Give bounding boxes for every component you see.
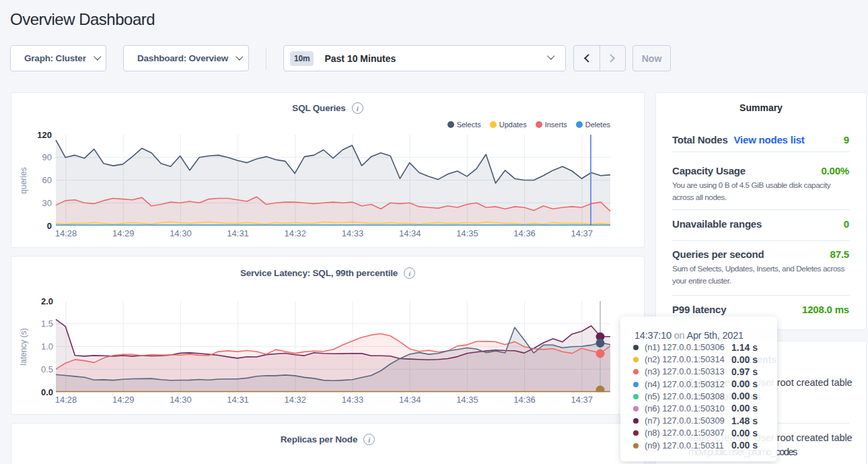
svg-text:14:37: 14:37: [571, 395, 593, 405]
svg-text:2.0: 2.0: [41, 296, 53, 306]
svg-text:14:33: 14:33: [342, 395, 364, 405]
svg-text:14:28: 14:28: [55, 228, 77, 238]
svg-text:14:31: 14:31: [227, 395, 249, 405]
svg-text:14:29: 14:29: [112, 228, 135, 238]
svg-text:120: 120: [37, 130, 52, 140]
svg-text:14:30: 14:30: [170, 228, 192, 238]
svg-text:60: 60: [42, 175, 52, 185]
svg-text:14:31: 14:31: [227, 228, 249, 238]
svg-text:14:30: 14:30: [170, 395, 192, 405]
svg-text:queries: queries: [19, 167, 28, 193]
svg-text:14:29: 14:29: [112, 395, 135, 405]
svg-text:30: 30: [42, 198, 52, 208]
svg-text:0.0: 0.0: [41, 387, 53, 397]
svg-text:14:35: 14:35: [456, 395, 478, 405]
svg-text:14:35: 14:35: [456, 228, 478, 238]
svg-text:1.0: 1.0: [41, 341, 53, 352]
svg-text:14:32: 14:32: [285, 228, 307, 238]
svg-text:0.5: 0.5: [41, 364, 53, 374]
svg-text:14:34: 14:34: [399, 395, 421, 405]
svg-text:0: 0: [47, 221, 52, 231]
svg-text:14:34: 14:34: [399, 228, 421, 238]
svg-text:1.5: 1.5: [41, 319, 53, 329]
svg-text:14:36: 14:36: [513, 395, 536, 405]
svg-text:latency (s): latency (s): [19, 328, 28, 365]
svg-text:90: 90: [42, 152, 52, 162]
svg-text:14:37: 14:37: [571, 228, 593, 238]
svg-text:14:36: 14:36: [513, 228, 536, 238]
svg-text:14:32: 14:32: [285, 395, 307, 405]
svg-text:14:33: 14:33: [342, 228, 364, 238]
svg-text:14:28: 14:28: [55, 395, 77, 405]
